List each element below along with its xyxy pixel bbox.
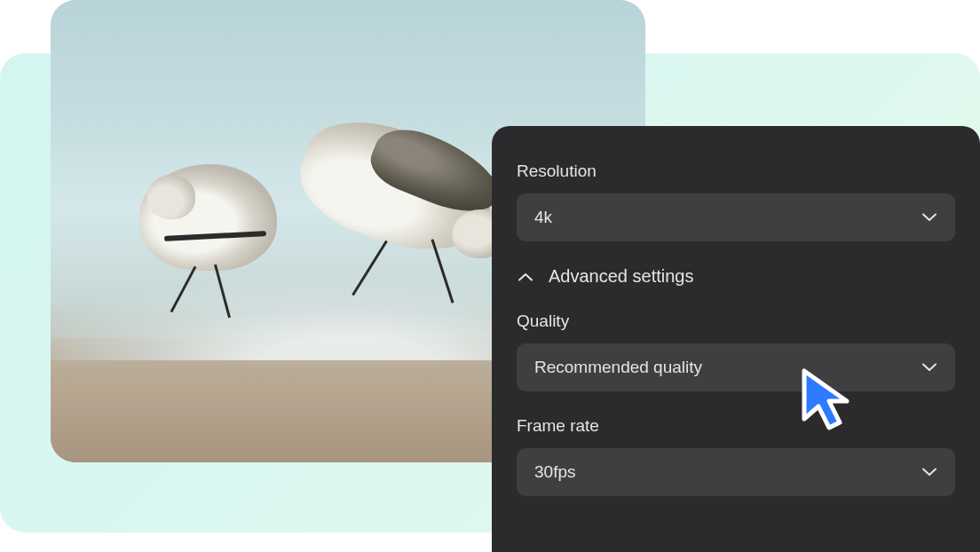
resolution-label: Resolution [517, 162, 955, 181]
framerate-label: Frame rate [517, 416, 955, 436]
framerate-value: 30fps [534, 462, 575, 482]
bird-illustration [139, 164, 299, 342]
framerate-dropdown[interactable]: 30fps [517, 448, 955, 496]
quality-dropdown[interactable]: Recommended quality [517, 343, 955, 391]
chevron-down-icon [921, 359, 937, 375]
advanced-settings-label: Advanced settings [549, 266, 693, 287]
quality-label: Quality [517, 311, 955, 331]
resolution-value: 4k [534, 208, 552, 227]
advanced-settings-toggle[interactable]: Advanced settings [517, 266, 955, 287]
chevron-down-icon [921, 464, 937, 480]
resolution-dropdown[interactable]: 4k [517, 193, 955, 241]
chevron-down-icon [921, 209, 937, 225]
quality-value: Recommended quality [534, 358, 702, 377]
export-settings-panel: Resolution 4k Advanced settings Quality … [492, 126, 980, 552]
cursor-pointer-icon [795, 364, 858, 435]
chevron-up-icon [517, 268, 534, 286]
